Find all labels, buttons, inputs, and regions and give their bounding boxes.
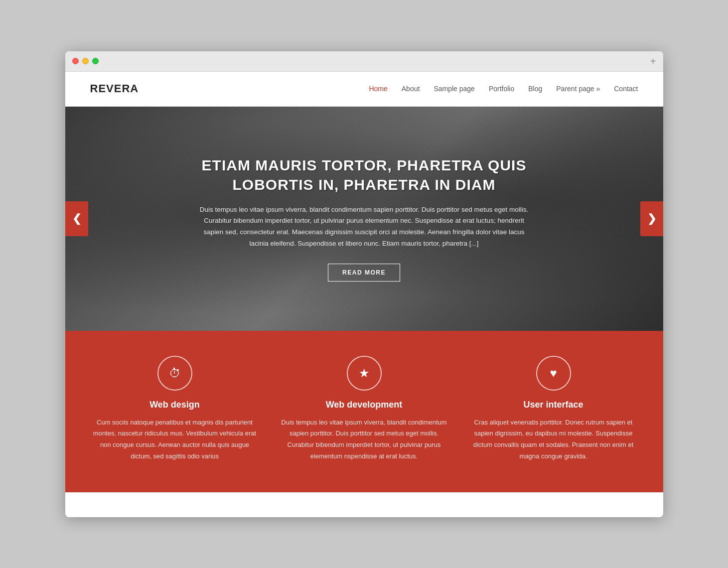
nav-item-about[interactable]: About [402, 85, 420, 93]
feature-item-ui: ♥ User interface Cras aliquet venenatis … [469, 356, 638, 462]
feature-desc-2: Duis tempus leo vitae ipsum viverra, bla… [280, 417, 449, 462]
chevron-left-icon: ❮ [72, 212, 81, 225]
browser-chrome: + [65, 51, 663, 72]
slider-next-button[interactable]: ❯ [640, 201, 663, 236]
maximize-button[interactable] [92, 58, 99, 64]
heart-icon: ♥ [550, 366, 557, 380]
nav-item-blog[interactable]: Blog [528, 85, 542, 93]
nav-item-home[interactable]: Home [369, 85, 387, 93]
close-button[interactable] [72, 58, 79, 64]
site-footer [65, 492, 663, 517]
hero-content: ETIAM MAURIS TORTOR, PHARETRA QUIS LOBOR… [195, 155, 534, 282]
hero-section: ❮ ETIAM MAURIS TORTOR, PHARETRA QUIS LOB… [65, 107, 663, 331]
star-icon: ★ [359, 366, 370, 380]
feature-item-webdesign: ⏱ Web design Cum sociis natoque penatibu… [90, 356, 260, 462]
traffic-lights [72, 58, 99, 64]
site-logo: REVERA [90, 82, 139, 95]
read-more-button[interactable]: READ MORE [328, 264, 400, 282]
slider-prev-button[interactable]: ❮ [65, 201, 88, 236]
hourglass-icon: ⏱ [169, 366, 181, 380]
feature-item-webdev: ★ Web development Duis tempus leo vitae … [280, 356, 449, 462]
nav-item-parent[interactable]: Parent page » [556, 85, 600, 93]
nav-item-sample[interactable]: Sample page [434, 85, 475, 93]
features-section: ⏱ Web design Cum sociis natoque penatibu… [65, 331, 663, 492]
nav-item-portfolio[interactable]: Portfolio [489, 85, 514, 93]
minimize-button[interactable] [82, 58, 89, 64]
feature-desc-1: Cum sociis natoque penatibus et magnis d… [90, 417, 260, 462]
site-header: REVERA Home About Sample page Portfolio … [65, 72, 663, 107]
feature-title-1: Web design [90, 400, 260, 410]
browser-window: + REVERA Home About Sample page Portfoli… [65, 51, 663, 517]
chevron-right-icon: ❯ [647, 212, 656, 225]
feature-desc-3: Cras aliquet venenatis porttitor. Donec … [469, 417, 638, 462]
site-nav: Home About Sample page Portfolio Blog Pa… [369, 85, 638, 93]
hero-title: ETIAM MAURIS TORTOR, PHARETRA QUIS LOBOR… [195, 155, 534, 194]
feature-icon-wrap-3: ♥ [536, 356, 571, 391]
nav-item-contact[interactable]: Contact [614, 85, 638, 93]
new-tab-button[interactable]: + [650, 56, 656, 66]
feature-icon-wrap-1: ⏱ [157, 356, 192, 391]
feature-title-2: Web development [280, 400, 449, 410]
feature-icon-wrap-2: ★ [347, 356, 382, 391]
hero-description: Duis tempus leo vitae ipsum viverra, bla… [195, 204, 534, 250]
feature-title-3: User interface [469, 400, 638, 410]
